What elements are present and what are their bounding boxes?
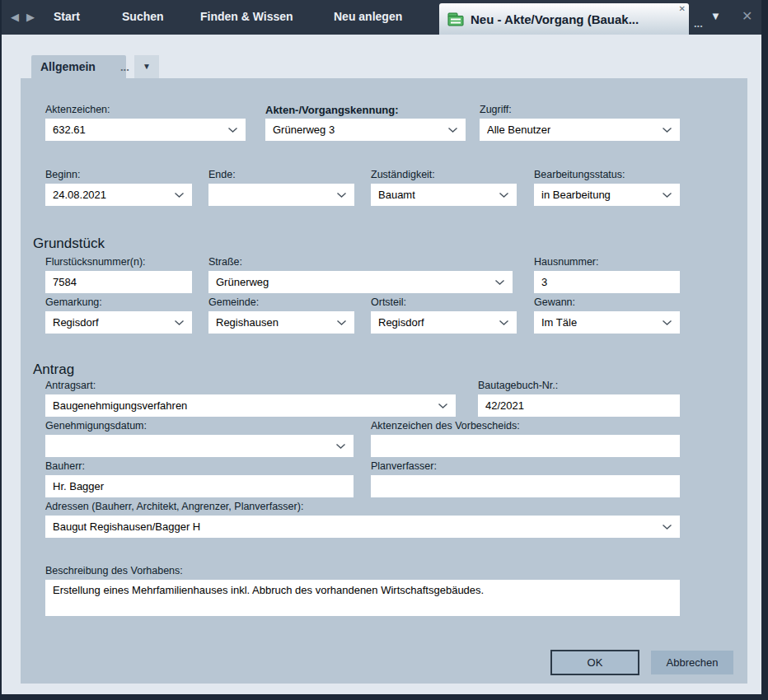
bautagebuch-input[interactable]	[478, 394, 680, 417]
active-tab-title: Neu - Akte/Vorgang (Bauak...	[471, 12, 639, 26]
ende-dropdown[interactable]	[208, 184, 354, 206]
field-gemarkung: Gemarkung: Regisdorf	[45, 296, 192, 334]
bauherr-label: Bauherr:	[45, 460, 354, 473]
gewann-label: Gewann:	[534, 296, 680, 309]
tab-suchen[interactable]: Suchen	[122, 10, 164, 23]
gemarkung-value: Regisdorf	[53, 316, 99, 329]
chevron-down-icon	[174, 320, 185, 326]
strasse-dropdown[interactable]: Grünerweg	[208, 271, 513, 293]
tab-neu-anlegen[interactable]: Neu anlegen	[334, 10, 402, 23]
zugriff-dropdown[interactable]: Alle Benutzer	[480, 119, 680, 141]
adressen-dropdown[interactable]: Baugut Regishausen/Bagger H	[45, 516, 680, 538]
field-vorbescheid: Aktenzeichen des Vorbescheids:	[371, 420, 680, 457]
field-adressen: Adressen (Bauherr, Architekt, Angrenzer,…	[45, 501, 680, 538]
adressen-value: Baugut Regishausen/Bagger H	[53, 520, 200, 533]
field-ortsteil: Ortsteil: Regisdorf	[371, 296, 517, 334]
field-bauherr: Bauherr:	[45, 460, 354, 497]
planverfasser-label: Planverfasser:	[371, 460, 680, 473]
section-grundstueck: Grundstück	[33, 236, 105, 252]
chevron-down-icon	[438, 403, 448, 409]
kennung-label: Akten-/Vorgangskennung:	[265, 104, 466, 116]
chevron-down-icon	[336, 320, 347, 326]
zustaendigkeit-value: Bauamt	[378, 189, 415, 201]
ortsteil-dropdown[interactable]: Regisdorf	[371, 311, 517, 334]
hausnummer-input[interactable]	[534, 271, 680, 293]
tab-close-icon[interactable]: ✕	[679, 4, 686, 13]
chevron-down-icon	[336, 192, 347, 198]
gewann-dropdown[interactable]: Im Täle	[534, 311, 680, 334]
field-zugriff: Zugriff: Alle Benutzer	[480, 104, 680, 141]
gemeinde-label: Gemeinde:	[208, 296, 354, 309]
beginn-dropdown[interactable]: 24.08.2021	[45, 184, 192, 206]
ortsteil-label: Ortsteil:	[371, 296, 517, 309]
window-border-bottom	[0, 694, 768, 700]
antragsart-value: Baugenehmigungsverfahren	[53, 399, 187, 412]
aktenzeichen-value: 632.61	[53, 124, 86, 136]
chevron-down-icon	[662, 320, 672, 326]
flurstuecksnummer-label: Flurstücksnummer(n):	[45, 256, 192, 268]
window-border-right	[761, 0, 768, 700]
genehmigungsdatum-dropdown[interactable]	[45, 435, 354, 457]
antragsart-label: Antragsart:	[45, 380, 456, 392]
field-kennung: Akten-/Vorgangskennung: Grünerweg 3	[265, 104, 466, 141]
beschreibung-label: Beschreibung des Vorhabens:	[45, 565, 680, 577]
zugriff-label: Zugriff:	[480, 104, 680, 116]
chevron-down-icon	[499, 320, 509, 326]
field-bearbeitungsstatus: Bearbeitungsstatus: in Bearbeitung	[534, 169, 680, 206]
bearbeitungsstatus-value: in Bearbeitung	[541, 189, 611, 201]
planverfasser-input[interactable]	[371, 475, 680, 497]
window-close-icon[interactable]: ✕	[742, 8, 752, 24]
field-hausnummer: Hausnummer:	[534, 256, 680, 293]
tab-neu-akte-vorgang-active[interactable]: Neu - Akte/Vorgang (Bauak... ✕	[439, 3, 689, 35]
bauherr-input[interactable]	[45, 475, 354, 497]
subtab-overflow-ellipsis[interactable]: ...	[120, 61, 129, 73]
tab-list-dropdown-icon[interactable]: ▼	[710, 10, 721, 22]
green-file-folder-icon	[447, 12, 464, 26]
field-antragsart: Antragsart: Baugenehmigungsverfahren	[45, 380, 456, 417]
strasse-value: Grünerweg	[216, 276, 269, 288]
kennung-dropdown[interactable]: Grünerweg 3	[265, 119, 466, 141]
tab-start[interactable]: Start	[54, 10, 80, 23]
application-window: ◀ ▶ Start Suchen Finden & Wissen Neu anl…	[0, 0, 768, 700]
window-border-left	[0, 0, 2, 700]
vorbescheid-input[interactable]	[371, 435, 680, 457]
forward-arrow-icon[interactable]: ▶	[26, 11, 35, 23]
zustaendigkeit-dropdown[interactable]: Bauamt	[371, 184, 517, 206]
field-zustaendigkeit: Zuständigkeit: Bauamt	[371, 169, 517, 206]
kennung-value: Grünerweg 3	[273, 124, 335, 136]
gemarkung-label: Gemarkung:	[45, 296, 192, 309]
chevron-down-icon	[494, 279, 505, 286]
chevron-down-icon	[662, 127, 672, 133]
chevron-down-icon	[662, 524, 672, 530]
subtab-dropdown-icon[interactable]: ▼	[134, 55, 159, 78]
antragsart-dropdown[interactable]: Baugenehmigungsverfahren	[45, 394, 456, 417]
chevron-down-icon	[499, 192, 509, 198]
gemeinde-value: Regishausen	[216, 316, 279, 329]
beginn-value: 24.08.2021	[53, 189, 106, 201]
abbrechen-button[interactable]: Abbrechen	[651, 651, 733, 674]
aktenzeichen-label: Aktenzeichen:	[45, 104, 246, 116]
ende-label: Ende:	[208, 169, 354, 181]
gemarkung-dropdown[interactable]: Regisdorf	[45, 311, 192, 334]
bearbeitungsstatus-label: Bearbeitungsstatus:	[534, 169, 680, 181]
top-tab-bar: ◀ ▶ Start Suchen Finden & Wissen Neu anl…	[0, 0, 768, 35]
flurstuecksnummer-input[interactable]	[45, 271, 192, 293]
chevron-down-icon	[662, 192, 672, 198]
field-planverfasser: Planverfasser:	[371, 460, 680, 497]
gemeinde-dropdown[interactable]: Regishausen	[208, 311, 354, 334]
aktenzeichen-dropdown[interactable]: 632.61	[45, 119, 246, 141]
beginn-label: Beginn:	[45, 169, 192, 181]
tab-finden-wissen[interactable]: Finden & Wissen	[200, 10, 293, 23]
tab-overflow-ellipsis[interactable]: ...	[694, 17, 703, 30]
genehmigungsdatum-label: Genehmigungsdatum:	[45, 420, 354, 432]
adressen-label: Adressen (Bauherr, Architekt, Angrenzer,…	[45, 501, 680, 513]
bautagebuch-label: Bautagebuch-Nr.:	[478, 380, 680, 392]
back-arrow-icon[interactable]: ◀	[11, 11, 19, 23]
chevron-down-icon	[447, 127, 458, 133]
beschreibung-textarea[interactable]: Erstellung eines Mehrfamilienhauses inkl…	[45, 580, 680, 616]
field-aktenzeichen: Aktenzeichen: 632.61	[45, 104, 246, 141]
bearbeitungsstatus-dropdown[interactable]: in Bearbeitung	[534, 184, 680, 206]
tab-allgemein[interactable]: Allgemein	[31, 55, 126, 78]
ok-button[interactable]: OK	[550, 650, 639, 675]
section-antrag: Antrag	[33, 362, 74, 378]
